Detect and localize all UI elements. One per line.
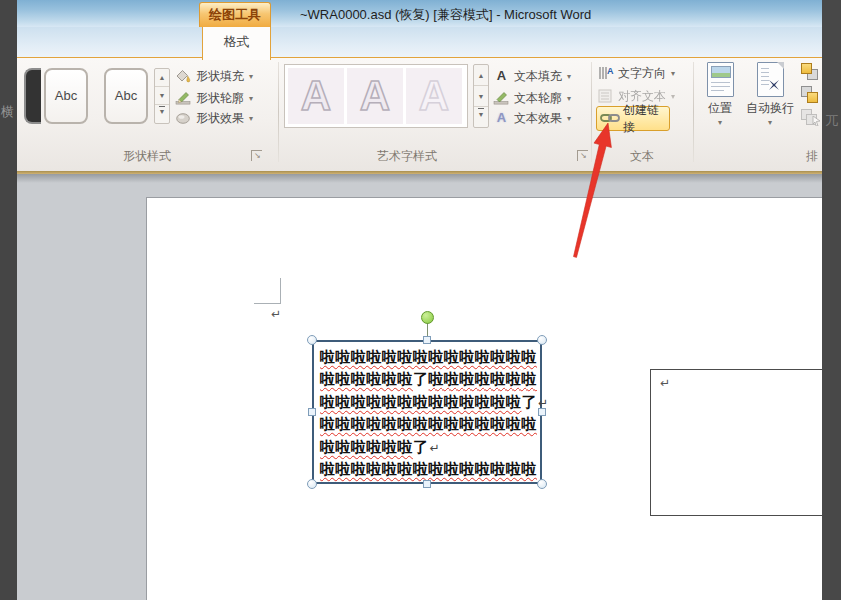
shape-style-abc-1[interactable]: Abc	[44, 68, 88, 124]
shape-fill-icon	[175, 68, 192, 84]
textbox-text: 啦啦啦啦啦啦啦啦啦啦啦啦啦啦啦啦啦啦啦啦了啦啦啦啦啦啦啦啦啦啦啦啦啦啦啦啦啦啦啦…	[320, 346, 542, 480]
tab-format-active[interactable]: 格式	[202, 27, 271, 60]
background-glyph: 横	[1, 103, 14, 121]
text-fill-button[interactable]: A 文本填充 ▾	[493, 66, 571, 86]
resize-handle-right[interactable]	[538, 408, 546, 416]
shape-effects-button[interactable]: 形状效果 ▾	[175, 108, 253, 128]
background-glyph: 兀	[825, 112, 838, 130]
group-separator	[591, 62, 592, 162]
textbox-line: 啦啦啦啦啦啦了啦啦啦啦啦啦啦	[320, 368, 542, 390]
text-effects-button[interactable]: A 文本效果 ▾	[493, 108, 571, 128]
resize-handle-top-left[interactable]	[307, 335, 317, 345]
text-fill-icon: A	[493, 68, 510, 84]
textbox-line: 啦啦啦啦啦啦了↵	[320, 436, 542, 458]
word-window: { "window": { "title": "~WRA0000.asd (恢复…	[0, 0, 841, 600]
text-outline-button[interactable]: 文本轮廓 ▾	[493, 88, 571, 108]
erased-watermark	[593, 534, 773, 594]
position-button[interactable]: 位置 ▾	[698, 62, 742, 127]
text-direction-button[interactable]: A 文字方向 ▾	[597, 63, 675, 83]
textbox-text-run: 啦啦啦啦啦啦啦啦啦啦啦啦啦啦	[320, 415, 537, 432]
create-link-button[interactable]: 创建链接	[596, 106, 670, 131]
shape-effects-icon	[175, 110, 192, 126]
dropdown-arrow-icon: ▾	[249, 114, 253, 123]
shape-style-abc-2[interactable]: Abc	[104, 68, 148, 124]
gallery-more-icon[interactable]: ▼	[474, 107, 488, 125]
dropdown-arrow-icon: ▾	[698, 118, 742, 127]
rotation-handle[interactable]	[421, 311, 434, 324]
textbox-line: 啦啦啦啦啦啦啦啦啦啦啦啦啦啦	[320, 413, 542, 435]
dropdown-arrow-icon: ▾	[671, 92, 675, 101]
document-area: ↵ 啦啦啦啦啦啦啦啦啦啦啦啦啦啦啦啦啦啦啦啦了啦啦啦啦啦啦啦啦啦啦啦啦啦啦啦啦啦…	[17, 174, 822, 600]
shape-style-current-swatch[interactable]	[24, 68, 41, 124]
wordart-gallery: A A A	[284, 64, 468, 128]
textbox-text-run: 啦啦啦啦啦啦啦啦啦啦啦啦啦啦	[320, 348, 537, 365]
resize-handle-bottom-left[interactable]	[307, 479, 317, 489]
textbox-text-run: 啦啦啦啦啦啦啦啦啦啦啦啦啦啦	[320, 460, 537, 477]
ribbon-bottom-border	[17, 171, 822, 174]
document-page[interactable]: ↵ 啦啦啦啦啦啦啦啦啦啦啦啦啦啦啦啦啦啦啦啦了啦啦啦啦啦啦啦啦啦啦啦啦啦啦啦啦啦…	[146, 197, 822, 600]
textbox-line: 啦啦啦啦啦啦啦啦啦啦啦啦啦啦	[320, 346, 542, 368]
resize-handle-top-right[interactable]	[537, 335, 547, 345]
svg-text:A: A	[607, 66, 614, 76]
textbox-text-run: 啦啦啦啦啦啦	[320, 370, 413, 387]
contextual-tool-header: 绘图工具	[199, 2, 271, 27]
resize-handle-left[interactable]	[308, 408, 316, 416]
resize-handle-top[interactable]	[423, 336, 431, 344]
wordart-style-3[interactable]: A	[406, 68, 462, 124]
textbox-text-run: 了	[413, 370, 429, 387]
shape-styles-dialog-launcher[interactable]: ↘	[251, 150, 262, 161]
paragraph-mark: ↵	[660, 376, 670, 390]
empty-textbox[interactable]: ↵	[650, 369, 825, 516]
title-bar: ~WRA0000.asd (恢复) [兼容模式] - Microsoft Wor…	[17, 0, 822, 27]
dropdown-arrow-icon: ▾	[671, 69, 675, 78]
resize-handle-bottom[interactable]	[423, 480, 431, 488]
ribbon-tab-row: 邮件 审阅 视图	[17, 27, 822, 58]
desktop-edge-left: 横	[0, 0, 17, 600]
window-title: ~WRA0000.asd (恢复) [兼容模式] - Microsoft Wor…	[300, 6, 591, 24]
dropdown-arrow-icon: ▾	[567, 114, 571, 123]
textbox-text-run: 了	[522, 393, 538, 410]
dropdown-arrow-icon: ▾	[249, 72, 253, 81]
dropdown-arrow-icon: ▾	[567, 94, 571, 103]
group-separator	[693, 62, 694, 162]
group-label-text: 文本	[607, 148, 677, 164]
wordart-dialog-launcher[interactable]: ↘	[577, 150, 588, 161]
dropdown-arrow-icon: ▾	[744, 118, 796, 127]
selection-pane-button[interactable]	[798, 108, 824, 129]
textbox-text-run: 了	[413, 438, 429, 455]
desktop-edge-right: 兀	[822, 0, 841, 600]
chain-link-icon	[600, 111, 620, 127]
margin-crop-mark	[254, 303, 281, 304]
group-label-wordart: 艺术字样式	[317, 148, 497, 164]
shape-style-gallery-scroll: ▲ ▼ ▼	[154, 68, 170, 124]
bring-forward-button[interactable]	[798, 62, 824, 83]
textbox-text-run: 啦啦啦啦啦啦	[320, 438, 413, 455]
selected-textbox[interactable]: 啦啦啦啦啦啦啦啦啦啦啦啦啦啦啦啦啦啦啦啦了啦啦啦啦啦啦啦啦啦啦啦啦啦啦啦啦啦啦啦…	[312, 340, 542, 484]
send-backward-button[interactable]	[798, 85, 824, 106]
resize-handle-bottom-right[interactable]	[537, 479, 547, 489]
wordart-style-1[interactable]: A	[288, 68, 344, 124]
gallery-up-arrow-icon[interactable]: ▲	[155, 69, 169, 87]
margin-crop-mark	[280, 278, 281, 304]
shape-fill-button[interactable]: 形状填充 ▾	[175, 66, 253, 86]
text-effects-icon: A	[493, 110, 510, 126]
shape-outline-button[interactable]: 形状轮廓 ▾	[175, 88, 253, 108]
group-separator	[278, 62, 279, 162]
ribbon: Abc Abc ▲ ▼ ▼ 形状填充 ▾ 形状轮廓 ▾ 形状效果 ▾	[17, 58, 822, 171]
ribbon-top-border	[17, 57, 822, 58]
gallery-down-arrow-icon[interactable]: ▼	[474, 86, 488, 107]
group-label-shape-styles: 形状样式	[47, 148, 247, 164]
textbox-line: 啦啦啦啦啦啦啦啦啦啦啦啦啦啦	[320, 458, 542, 480]
wordart-style-2[interactable]: A	[347, 68, 403, 124]
align-text-icon	[597, 88, 614, 104]
text-direction-icon: A	[597, 65, 614, 81]
ribbon-shadow	[17, 174, 822, 183]
gallery-more-icon[interactable]: ▼	[155, 105, 169, 121]
text-outline-icon	[493, 90, 510, 106]
wrap-text-button[interactable]: 自动换行 ▾	[744, 62, 796, 127]
gallery-down-arrow-icon[interactable]: ▼	[155, 87, 169, 105]
wrap-text-icon	[757, 62, 784, 97]
paragraph-mark: ↵	[430, 441, 441, 455]
gallery-up-arrow-icon[interactable]: ▲	[474, 65, 488, 86]
dropdown-arrow-icon: ▾	[249, 94, 253, 103]
